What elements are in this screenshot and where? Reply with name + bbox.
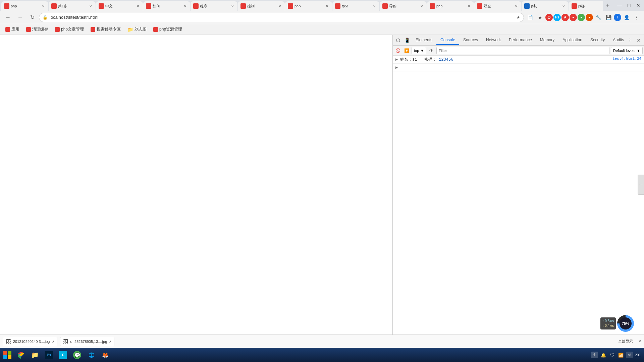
download-chevron-1[interactable]: ∧ xyxy=(52,340,54,343)
address-bar[interactable]: 🔒 localhost/sltest/test4.html ★ xyxy=(39,13,524,22)
bookmark-item-cache[interactable]: 清理缓存 xyxy=(23,26,51,33)
ps-button[interactable]: Ps xyxy=(553,14,561,21)
tab-close-2[interactable]: ✕ xyxy=(136,4,140,8)
download-file-icon-1: 🖼 xyxy=(6,339,11,345)
devtools-tab-application[interactable]: Application xyxy=(558,36,586,45)
devtools-tab-sources[interactable]: Sources xyxy=(459,36,482,45)
tab-close-11[interactable]: ✕ xyxy=(561,4,566,8)
taskbar-app-firefox[interactable]: 🦊 xyxy=(99,349,112,361)
taskbar-ext-icon[interactable]: 创 xyxy=(626,352,633,358)
extension4-button[interactable]: 🔧 xyxy=(594,13,603,22)
bookmark-item-php[interactable]: php文章管理 xyxy=(52,26,87,33)
extension2-button[interactable]: ● xyxy=(578,14,585,21)
browser-tab-0[interactable]: php ✕ xyxy=(1,1,48,11)
opera-logo[interactable]: O xyxy=(545,14,553,21)
translate-button[interactable]: T xyxy=(614,14,621,21)
download-item-1[interactable]: 🖼 201210240240 3....jpg ∧ xyxy=(3,337,57,346)
show-all-downloads[interactable]: 全部显示 xyxy=(615,338,636,345)
devtools-tab-network[interactable]: Network xyxy=(482,36,505,45)
new-tab-button[interactable]: + xyxy=(603,1,612,10)
input-method-icon[interactable]: 中 xyxy=(591,352,598,358)
browser-tab-11[interactable]: js切 ✕ xyxy=(522,1,569,11)
tab-close-6[interactable]: ✕ xyxy=(325,4,329,8)
devtools-tab-elements[interactable]: Elements xyxy=(412,36,436,45)
browser-tab-5[interactable]: 控制 ✕ xyxy=(238,1,285,11)
maximize-button[interactable]: □ xyxy=(625,1,633,10)
download-chevron-2[interactable]: ∧ xyxy=(109,340,111,343)
browser-tab-6[interactable]: php ✕ xyxy=(285,1,332,11)
devtools-device-mode[interactable]: 📱 xyxy=(403,36,411,44)
console-filter-toggle[interactable]: 🔽 xyxy=(403,47,410,54)
browser-tab-7[interactable]: tp5! ✕ xyxy=(332,1,379,11)
console-expand-arrow[interactable]: ▶ xyxy=(395,57,400,62)
devtools-tab-performance[interactable]: Performance xyxy=(505,36,536,45)
acrobat-button[interactable]: A xyxy=(561,14,569,21)
devtools-close[interactable]: ✕ xyxy=(635,36,643,44)
browser-tab-2[interactable]: 中文 ✕ xyxy=(96,1,143,11)
profile-button[interactable]: 👤 xyxy=(622,13,631,22)
network-icon: 🌐 xyxy=(87,351,95,359)
browser-tab-4[interactable]: 程序 ✕ xyxy=(191,1,237,11)
tab-close-4[interactable]: ✕ xyxy=(230,4,235,8)
tab-close-10[interactable]: ✕ xyxy=(514,4,519,8)
console-expand-arrow-2[interactable]: ▶ xyxy=(395,65,400,70)
console-log-source[interactable]: test4.html:24 xyxy=(612,57,641,61)
minimize-button[interactable]: — xyxy=(615,1,624,10)
devtools-tab-memory[interactable]: Memory xyxy=(536,36,558,45)
tab-close-3[interactable]: ✕ xyxy=(183,4,187,8)
devtools-select-mode[interactable]: ⬡ xyxy=(394,36,402,44)
browser-tab-8[interactable]: 导购 ✕ xyxy=(380,1,427,11)
tab-close-9[interactable]: ✕ xyxy=(467,4,471,8)
bookmark-item[interactable]: 应用 xyxy=(3,26,22,33)
bookmark-item-search[interactable]: 搜索移动专区 xyxy=(88,26,123,33)
tab-close-8[interactable]: ✕ xyxy=(419,4,424,8)
close-button[interactable]: ✕ xyxy=(634,1,643,10)
bookmark-button[interactable]: ★ xyxy=(535,13,545,22)
flash-icon: F xyxy=(59,351,67,359)
extension3-button[interactable]: ● xyxy=(586,14,593,21)
browser-tab-3[interactable]: 如何 ✕ xyxy=(143,1,190,11)
console-filter-input[interactable] xyxy=(436,47,609,54)
bookmark-item-res[interactable]: php资源管理 xyxy=(151,26,185,33)
tab-close-0[interactable]: ✕ xyxy=(41,4,46,8)
taskbar-app-files[interactable]: 📁 xyxy=(28,349,42,361)
browser-tab-10[interactable]: 双全 ✕ xyxy=(474,1,521,11)
menu-button[interactable]: ⋮ xyxy=(632,13,641,22)
taskbar-app-chrome[interactable] xyxy=(14,349,28,361)
console-clear[interactable]: 🚫 xyxy=(394,47,401,54)
taskbar-clock[interactable]: 201 xyxy=(635,353,641,357)
save-button[interactable]: 💾 xyxy=(604,13,613,22)
levels-selector[interactable]: Default levels ▼ xyxy=(611,47,643,54)
console-eye[interactable]: 👁 xyxy=(428,47,435,54)
taskbar-app-ps[interactable]: Ps xyxy=(42,349,56,361)
browser-tab-1[interactable]: 第1步 ✕ xyxy=(49,1,96,11)
tab-close-1[interactable]: ✕ xyxy=(88,4,93,8)
bookmark-item-folder[interactable]: 📁 刘志图 xyxy=(125,26,149,33)
devtools-more-menu[interactable]: ⋮ xyxy=(626,36,634,44)
devtools-tab-console[interactable]: Console xyxy=(436,36,459,45)
network-status-icon[interactable]: 📶 xyxy=(618,352,624,358)
devtools-tab-security[interactable]: Security xyxy=(586,36,609,45)
tab-close-5[interactable]: ✕ xyxy=(277,4,282,8)
close-download-bar[interactable]: ✕ xyxy=(638,339,641,344)
browser-tab-9[interactable]: php ✕ xyxy=(427,1,474,11)
taskbar-app-wechat[interactable]: 💬 xyxy=(70,349,84,361)
back-button[interactable]: ← xyxy=(3,12,13,23)
cpu-inner-circle: 75% xyxy=(620,317,632,329)
reload-button[interactable]: ↻ xyxy=(27,12,38,23)
taskbar-app-network[interactable]: 🌐 xyxy=(85,349,98,361)
start-button[interactable] xyxy=(1,349,13,361)
taskbar-app-flash[interactable]: F xyxy=(56,349,70,361)
forward-button[interactable]: → xyxy=(15,12,25,23)
sidebar-tab[interactable]: ⋮ xyxy=(638,175,644,195)
notification-icon[interactable]: 🔔 xyxy=(600,352,607,358)
tab-close-7[interactable]: ✕ xyxy=(372,4,377,8)
bookmark-label: php资源管理 xyxy=(159,26,182,32)
browser-tab-12[interactable]: js梯 ✕ xyxy=(569,1,603,11)
reader-mode-button[interactable]: 📄 xyxy=(525,13,535,22)
download-item-2[interactable]: 🖼 u=252678905,13....jpg ∧ xyxy=(60,337,115,346)
shield-icon[interactable]: 🛡 xyxy=(609,352,615,358)
context-selector[interactable]: top ▼ xyxy=(412,47,426,54)
devtools-tab-audits[interactable]: Audits xyxy=(609,36,625,45)
extension1-button[interactable]: ● xyxy=(570,14,577,21)
